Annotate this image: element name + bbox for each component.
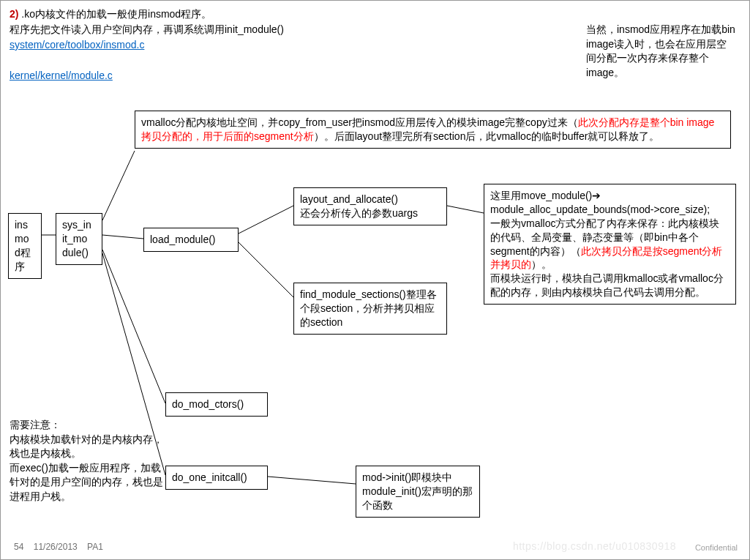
box-move-module: 这里用move_module()➔ module_alloc_update_bo… (484, 184, 736, 305)
confidential-label: Confidential (695, 543, 738, 552)
watermark: https://blog.csdn.net/u010830918 (513, 540, 676, 552)
svg-line-3 (102, 250, 165, 403)
vmalloc-text-post: ）。后面layout整理完所有section后，此vmalloc的临时buffe… (314, 130, 660, 142)
box-do-mod-ctors: do_mod_ctors() (165, 392, 268, 417)
box-layout-allocate: layout_and_allocate() 还会分析传入的参数uargs (293, 187, 447, 225)
svg-line-8 (268, 477, 356, 484)
svg-line-7 (447, 206, 484, 213)
footer-page: 54 (14, 542, 23, 552)
move-line2: module_alloc_update_bounds(mod->core_siz… (490, 204, 710, 215)
svg-line-5 (239, 206, 293, 234)
box-sys-init-module: sys_in it_mo dule() (56, 213, 102, 265)
header-line1: .ko内核文件的加载一般使用insmod程序。 (18, 8, 211, 20)
box-find-sections: find_module_sections()整理各个段section，分析并拷贝… (293, 283, 447, 335)
footer-date: 11/26/2013 (34, 542, 78, 552)
side-note: 当然，insmod应用程序在加载bin image读入时，也会在应用层空间分配一… (586, 23, 736, 80)
box-mod-init: mod->init()即模块中module_init()宏声明的那个函数 (356, 466, 480, 518)
svg-line-2 (102, 235, 143, 239)
move-pre: 这里用move_module() (490, 190, 592, 201)
header-block: 2) .ko内核文件的加载一般使用insmod程序。 程序先把文件读入用户空间内… (10, 7, 284, 83)
footer: 54 11/26/2013 PA1 (14, 542, 110, 552)
link-module-c[interactable]: kernel/kernel/module.c (10, 70, 113, 81)
svg-line-1 (102, 151, 135, 220)
link-insmod-c[interactable]: system/core/toolbox/insmod.c (10, 39, 144, 51)
box-insmod: ins mo d程 序 (8, 213, 42, 279)
box-do-one-initcall: do_one_initcall() (165, 466, 268, 490)
item-number: 2) (10, 8, 18, 20)
box-load-module: load_module() (143, 228, 239, 252)
vmalloc-text-pre: vmalloc分配内核地址空间，并copy_from_user把insmod应用… (141, 116, 578, 128)
footer-tag: PA1 (87, 542, 103, 552)
svg-line-6 (239, 242, 293, 297)
box-vmalloc-desc: vmalloc分配内核地址空间，并copy_from_user把insmod应用… (135, 111, 731, 149)
header-line2: 程序先把文件读入用户空间内存，再调系统调用init_module() (10, 23, 284, 35)
note-attention: 需要注意： 内核模块加载针对的是内核内存，栈也是内核栈。 而exec()加载一般… (10, 418, 163, 504)
arrow-icon: ➔ (592, 190, 601, 201)
